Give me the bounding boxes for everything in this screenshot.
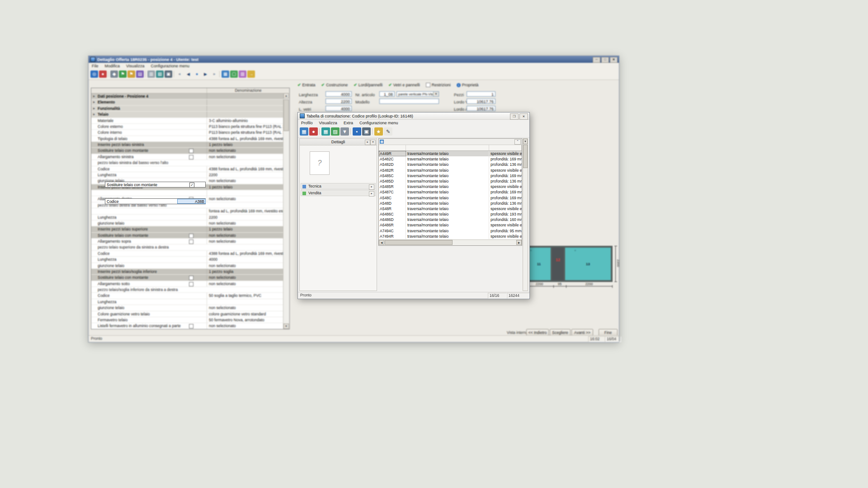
grid-row-checkbox[interactable]: [189, 282, 193, 286]
field-lordo-a[interactable]: 10617.76: [467, 106, 495, 111]
table-row[interactable]: A7494Rtraversa/montante telaiospessore v…: [379, 234, 522, 239]
grid-row[interactable]: ▸Elemento: [91, 99, 289, 105]
field-altezza[interactable]: 2200: [326, 99, 352, 104]
grid-row[interactable]: Inserire pezzi telaio superiore1 pezzo t…: [91, 226, 289, 232]
favorites-icon[interactable]: ★: [374, 127, 383, 136]
scroll-left-icon[interactable]: ◀: [379, 240, 384, 245]
grid-row[interactable]: [91, 190, 289, 196]
maximize-button[interactable]: □: [601, 57, 609, 63]
column-header-info[interactable]: [489, 145, 522, 150]
pin-icon[interactable]: ▸: [365, 140, 370, 145]
grid-row[interactable]: Lunghezza4000: [91, 257, 289, 263]
step-tab-5[interactable]: iProprietà: [457, 83, 479, 87]
minimize-button[interactable]: ─: [593, 57, 600, 63]
dialog-titlebar[interactable]: Tabella di consultazione: Codice profilo…: [298, 113, 529, 120]
expand-icon[interactable]: ▸: [369, 191, 374, 197]
grid-row-checkbox[interactable]: [189, 149, 193, 153]
field-lordo-v[interactable]: 10617.76: [467, 99, 495, 104]
clipboard-icon[interactable]: ▥: [147, 70, 155, 78]
property-grid[interactable]: Denominazione ▸Dati posizione - Posizion…: [91, 88, 290, 329]
grid-row[interactable]: ▸Funzionalità: [91, 106, 289, 112]
table-row[interactable]: A5487Ctraversa/montante telaioprofondità…: [379, 189, 522, 195]
table-icon[interactable]: ▦: [222, 70, 229, 78]
table-hscrollbar[interactable]: ◀ ▶: [379, 239, 522, 245]
lookup-table[interactable]: ▦ ⌃ A449Rtraversa/montante telaiospessor…: [378, 138, 522, 246]
grid-row[interactable]: pezzo telaio/soglia inferiore da sinistr…: [91, 287, 289, 293]
first-record-icon[interactable]: «: [176, 70, 184, 78]
grid-row-checkbox[interactable]: [189, 324, 193, 328]
grid-row[interactable]: Lunghezza: [91, 299, 289, 305]
grid-row[interactable]: ▸Dati posizione - Posizione 4: [91, 94, 289, 99]
detail-item-0[interactable]: Tecnica▸: [301, 183, 376, 189]
tree-expander-icon[interactable]: ▸: [91, 99, 97, 105]
table-row[interactable]: A5482Ctraversa/montante telaioprofondità…: [379, 156, 522, 162]
export-icon[interactable]: →: [247, 70, 255, 78]
grid-row[interactable]: Colore esternoP113 bianco perla struttur…: [91, 124, 289, 130]
scroll-right-icon[interactable]: ▶: [516, 240, 522, 245]
grid-row[interactable]: Inserire pezzi telaio/soglia inferiore1 …: [91, 269, 289, 275]
dialog-menu-item-3[interactable]: Configurazione menu: [356, 121, 401, 125]
save-icon[interactable]: ▪: [353, 127, 361, 136]
grid-row[interactable]: Codice4388 fontea ad L, profondità 169 m…: [91, 166, 289, 172]
menu-item-2[interactable]: Visualizza: [123, 64, 147, 68]
dialog-menu-item-0[interactable]: Profilo: [298, 121, 316, 125]
grid-row[interactable]: pezzo telaio superiore da sinistra a des…: [91, 244, 289, 250]
next-record-icon[interactable]: ▶: [202, 70, 209, 78]
column-header-code[interactable]: [379, 145, 406, 150]
table-row[interactable]: A548Rtraversa/montante telaiospessore vi…: [379, 206, 522, 211]
field-l-vetri[interactable]: 4000: [326, 106, 352, 111]
table-row[interactable]: A449Rtraversa/montante telaiospessore vi…: [379, 151, 522, 156]
grid-row[interactable]: Materiale3-C alluminio-alluminio: [91, 118, 289, 124]
table-icon[interactable]: ▦: [321, 127, 330, 136]
grid-row-checkbox[interactable]: [189, 239, 193, 244]
grid-row-checkbox[interactable]: [189, 276, 193, 280]
close-button[interactable]: ✕: [610, 57, 618, 63]
field-modello[interactable]: [379, 99, 439, 104]
grid-row[interactable]: pezzo telaio sinistra dal basso verso l'…: [91, 160, 289, 166]
chart-icon[interactable]: ▧: [156, 70, 164, 78]
last-record-icon[interactable]: »: [210, 70, 218, 78]
table-row[interactable]: A5482Rtraversa/montante telaiospessore v…: [379, 168, 522, 173]
grid-row[interactable]: Inserire pezzi telaio sinistra1 pezzo te…: [91, 142, 289, 148]
scroll-thumb[interactable]: [385, 240, 453, 245]
grid-row-checkbox[interactable]: [189, 234, 193, 238]
table-row[interactable]: A5485Rtraversa/montante telaiospessore v…: [379, 184, 522, 189]
frame-icon[interactable]: ▢: [230, 70, 238, 78]
grid-row[interactable]: Codice4388 fontea ad L, profondità 169 m…: [91, 251, 289, 257]
grid-row[interactable]: Sostituire telaio con montantenon selezi…: [91, 275, 289, 281]
grid-row[interactable]: giunzione telaionon selezionato: [91, 221, 289, 226]
table-row[interactable]: A5485Dtraversa/montante telaioprofondità…: [379, 178, 522, 184]
menu-item-1[interactable]: Modifica: [102, 64, 123, 68]
scroll-up-icon[interactable]: ▲: [283, 93, 289, 99]
dialog-menu-item-2[interactable]: Extra: [340, 121, 356, 125]
scroll-thumb[interactable]: [523, 145, 528, 168]
scroll-down-icon[interactable]: ▼: [523, 139, 528, 144]
search-icon[interactable]: ◆: [110, 70, 118, 78]
montante-checkbox[interactable]: ✓: [189, 183, 194, 188]
mullion-12[interactable]: 12: [552, 248, 564, 280]
field-sistema-dropdown[interactable]: parete verticale PN-Vista ▼: [396, 91, 439, 97]
table-row[interactable]: A5485Ctraversa/montante telaioprofondità…: [379, 173, 522, 178]
grid-row[interactable]: Tipologia di telaio4388 fontea ad L, pro…: [91, 136, 289, 142]
table-row[interactable]: A5482Dtraversa/montante telaioprofondità…: [379, 162, 522, 167]
grid-row-checkbox[interactable]: [189, 155, 193, 160]
tree-expander-icon[interactable]: ▸: [91, 112, 97, 117]
expand-icon[interactable]: ▸: [369, 184, 374, 190]
glass-panel-13[interactable]: 13 +: [564, 248, 611, 280]
grid-row[interactable]: ▸Telaio: [91, 112, 289, 117]
grid-row[interactable]: giunzione telaionon selezionato: [91, 263, 289, 269]
print-icon[interactable]: ▣: [165, 70, 172, 78]
grid-row[interactable]: Listelli fermavetro in alluminio consegn…: [91, 323, 289, 329]
grid-row[interactable]: Colore guarnizione vetro telaiocolore gu…: [91, 311, 289, 317]
grid-row[interactable]: Fermavetro telaio50 fermavetro Nova, arr…: [91, 317, 289, 323]
table-row[interactable]: A7494Ctraversa/montante telaioprofondità…: [379, 228, 522, 234]
menu-item-0[interactable]: File: [89, 64, 102, 68]
profile-icon[interactable]: ▦: [300, 127, 308, 136]
grid-row[interactable]: Allargamento sopranon selezionato: [91, 239, 289, 244]
step-tab-2[interactable]: ✔Lordi/pannelli: [354, 83, 382, 87]
collapse-panel-icon[interactable]: ▾: [370, 140, 376, 145]
grid-row[interactable]: fontea ad L, profondità 169 mm, rivestit…: [91, 208, 289, 214]
glass-panel-11[interactable]: 11 +: [527, 248, 552, 280]
detail-item-1[interactable]: Vendita▸: [301, 190, 376, 196]
field-pezzi[interactable]: 1: [467, 91, 495, 97]
